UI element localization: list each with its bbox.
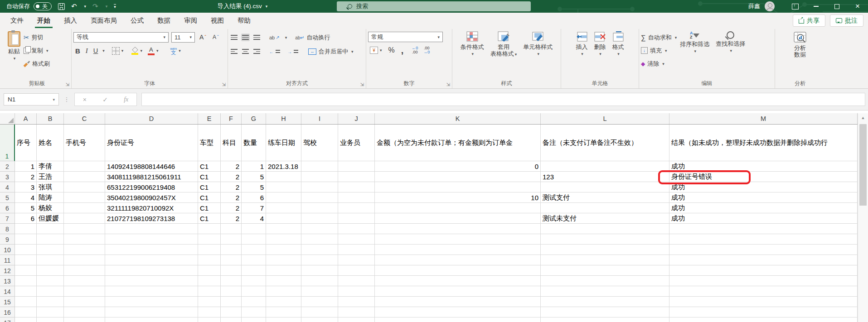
cell-E2[interactable]: C1 (198, 161, 221, 172)
cell-I12[interactable] (301, 265, 338, 276)
align-top-icon[interactable] (230, 34, 238, 41)
cell-D6[interactable]: 32111119820710092X (105, 203, 198, 213)
cell-E3[interactable]: C1 (198, 172, 221, 182)
number-format-select[interactable]: 常规 (368, 32, 443, 42)
cell-G2[interactable]: 1 (242, 161, 266, 172)
cell-L15[interactable] (541, 297, 669, 307)
cell-H5[interactable] (266, 192, 301, 203)
cell-K8[interactable] (375, 224, 541, 234)
cell-B17[interactable] (37, 317, 64, 322)
cell-B8[interactable] (37, 224, 64, 234)
cell-F11[interactable] (221, 255, 242, 265)
cell-B5[interactable]: 陆涛 (37, 192, 64, 203)
cell-J5[interactable] (338, 192, 375, 203)
cell-F12[interactable] (221, 265, 242, 276)
row-header-16[interactable]: 16 (0, 307, 15, 317)
cell-G5[interactable]: 6 (242, 192, 266, 203)
restore-button[interactable] (826, 0, 847, 13)
cell-B9[interactable] (37, 234, 64, 245)
cell-E8[interactable] (198, 224, 221, 234)
cell-K5[interactable]: 10 (375, 192, 541, 203)
column-header-L[interactable]: L (541, 113, 669, 124)
cell-L12[interactable] (541, 265, 669, 276)
cell-J14[interactable] (338, 286, 375, 297)
column-header-B[interactable]: B (37, 113, 64, 124)
cell-C2[interactable] (64, 161, 105, 172)
cell-I11[interactable] (301, 255, 338, 265)
tab-insert[interactable]: 插入 (57, 13, 84, 28)
cell-M16[interactable] (669, 307, 858, 317)
cell-G13[interactable] (242, 276, 266, 286)
column-header-G[interactable]: G (242, 113, 266, 124)
cancel-entry-icon[interactable] (83, 96, 87, 103)
increase-decimal-button[interactable]: ←0.00 (412, 46, 418, 54)
increase-indent-button[interactable] (286, 46, 301, 57)
clear-button[interactable]: 清除 (641, 58, 677, 69)
cell-I8[interactable] (301, 224, 338, 234)
cell-H2[interactable]: 2021.3.18 (266, 161, 301, 172)
cell-H6[interactable] (266, 203, 301, 213)
cell-L2[interactable] (541, 161, 669, 172)
row-header-7[interactable]: 7 (0, 213, 15, 224)
cell-M12[interactable] (669, 265, 858, 276)
vertical-scrollbar[interactable] (858, 113, 868, 322)
cell-B13[interactable] (37, 276, 64, 286)
cell-F2[interactable]: 2 (221, 161, 242, 172)
autosave-toggle[interactable]: 关 (34, 2, 52, 10)
row-header-10[interactable]: 10 (0, 245, 15, 255)
cell-G15[interactable] (242, 297, 266, 307)
cell-M9[interactable] (669, 234, 858, 245)
cell-L17[interactable] (541, 317, 669, 322)
cell-D12[interactable] (105, 265, 198, 276)
cell-F3[interactable]: 2 (221, 172, 242, 182)
cell-I17[interactable] (301, 317, 338, 322)
cell-A6[interactable]: 5 (15, 203, 37, 213)
cell-F1[interactable]: 科目 (221, 125, 242, 161)
cell-M14[interactable] (669, 286, 858, 297)
cell-C11[interactable] (64, 255, 105, 265)
cell-B15[interactable] (37, 297, 64, 307)
cell-L5[interactable]: 测试支付 (541, 192, 669, 203)
cell-I15[interactable] (301, 297, 338, 307)
tab-formulas[interactable]: 公式 (124, 13, 150, 28)
cell-G17[interactable] (242, 317, 266, 322)
cell-G9[interactable] (242, 234, 266, 245)
cell-K1[interactable]: 金额（为空为未付款订单；有金额则为订单金 (375, 125, 541, 161)
cell-E11[interactable] (198, 255, 221, 265)
cell-L4[interactable] (541, 182, 669, 192)
insert-function-icon[interactable] (124, 96, 128, 103)
cell-B3[interactable]: 王浩 (37, 172, 64, 182)
italic-button[interactable] (84, 45, 90, 56)
increase-font-icon[interactable] (198, 32, 208, 43)
cell-A7[interactable]: 6 (15, 213, 37, 224)
copy-button[interactable]: 复制 (24, 45, 50, 56)
cell-D17[interactable] (105, 317, 198, 322)
cell-B16[interactable] (37, 307, 64, 317)
column-header-A[interactable]: A (15, 113, 37, 124)
merge-center-button[interactable]: 合并后居中 (308, 46, 354, 57)
cell-H15[interactable] (266, 297, 301, 307)
cell-E7[interactable]: C1 (198, 213, 221, 224)
cell-M2[interactable]: 成功 (669, 161, 858, 172)
align-right-icon[interactable] (252, 48, 261, 55)
cell-L16[interactable] (541, 307, 669, 317)
cell-C10[interactable] (64, 245, 105, 255)
cell-K12[interactable] (375, 265, 541, 276)
cell-K16[interactable] (375, 307, 541, 317)
cell-M15[interactable] (669, 297, 858, 307)
cell-F10[interactable] (221, 245, 242, 255)
row-header-13[interactable]: 13 (0, 276, 15, 286)
cell-M11[interactable] (669, 255, 858, 265)
fill-color-button[interactable] (130, 45, 144, 56)
cell-G1[interactable]: 数量 (242, 125, 266, 161)
cell-J12[interactable] (338, 265, 375, 276)
column-header-K[interactable]: K (375, 113, 541, 124)
column-header-J[interactable]: J (338, 113, 375, 124)
cell-A5[interactable]: 4 (15, 192, 37, 203)
conditional-formatting-button[interactable]: 条件格式 (457, 30, 487, 80)
filename[interactable]: 导入结果 (4).csv (195, 0, 290, 13)
row-header-3[interactable]: 3 (0, 172, 15, 182)
cell-E17[interactable] (198, 317, 221, 322)
cell-I1[interactable]: 驾校 (301, 125, 338, 161)
cell-F14[interactable] (221, 286, 242, 297)
